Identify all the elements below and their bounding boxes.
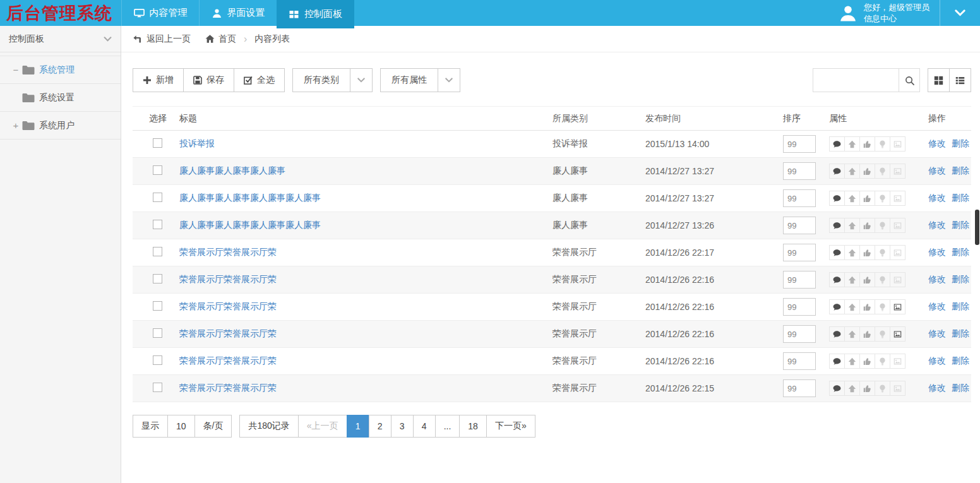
attr-hot-toggle[interactable] bbox=[875, 326, 890, 342]
page-button-18[interactable]: 18 bbox=[459, 415, 487, 438]
attr-hot-toggle[interactable] bbox=[875, 272, 890, 287]
sidebar-header[interactable]: 控制面板 bbox=[0, 26, 121, 52]
attr-hot-toggle[interactable] bbox=[875, 136, 890, 152]
row-title-link[interactable]: 荣誉展示厅荣誉展示厅荣 bbox=[179, 328, 277, 338]
sort-input[interactable] bbox=[783, 135, 816, 153]
row-title-link[interactable]: 荣誉展示厅荣誉展示厅荣 bbox=[179, 355, 277, 366]
attr-hot-toggle[interactable] bbox=[875, 245, 890, 260]
info-center-link[interactable]: 信息中心 bbox=[864, 13, 929, 25]
attr-image-toggle[interactable] bbox=[890, 272, 905, 287]
add-button[interactable]: 新增 bbox=[133, 68, 184, 92]
attr-hot-toggle[interactable] bbox=[875, 299, 890, 314]
sort-input[interactable] bbox=[783, 244, 816, 261]
attr-comment-toggle[interactable] bbox=[829, 136, 845, 152]
row-checkbox[interactable] bbox=[153, 274, 162, 283]
attr-image-toggle[interactable] bbox=[890, 326, 905, 342]
category-filter-dropdown[interactable]: 所有类别 bbox=[292, 68, 373, 92]
expander-toggle[interactable]: − bbox=[11, 64, 21, 75]
attr-image-toggle[interactable] bbox=[890, 164, 905, 179]
search-input[interactable] bbox=[813, 68, 899, 92]
sort-input[interactable] bbox=[783, 379, 816, 397]
attr-image-toggle[interactable] bbox=[890, 191, 905, 206]
sort-input[interactable] bbox=[783, 325, 816, 343]
page-button-4[interactable]: 4 bbox=[413, 415, 436, 438]
breadcrumb-home[interactable]: 首页 bbox=[205, 33, 236, 45]
delete-link[interactable]: 删除 bbox=[952, 193, 969, 203]
attr-comment-toggle[interactable] bbox=[829, 191, 845, 206]
delete-link[interactable]: 删除 bbox=[952, 355, 969, 366]
edit-link[interactable]: 修改 bbox=[928, 355, 946, 366]
delete-link[interactable]: 删除 bbox=[952, 301, 969, 311]
grid-view-button[interactable] bbox=[928, 68, 950, 92]
attr-top-toggle[interactable] bbox=[844, 136, 860, 152]
edit-link[interactable]: 修改 bbox=[928, 383, 946, 393]
attr-recommend-toggle[interactable] bbox=[859, 272, 875, 287]
attr-recommend-toggle[interactable] bbox=[859, 381, 875, 396]
attribute-filter-dropdown[interactable]: 所有属性 bbox=[380, 68, 460, 92]
attr-hot-toggle[interactable] bbox=[875, 164, 890, 179]
edit-link[interactable]: 修改 bbox=[928, 220, 946, 230]
row-checkbox[interactable] bbox=[153, 193, 162, 202]
tab-content-management[interactable]: 内容管理 bbox=[121, 0, 199, 26]
user-area[interactable]: 您好，超级管理员 信息中心 bbox=[839, 0, 940, 26]
attr-recommend-toggle[interactable] bbox=[859, 354, 875, 369]
header-dropdown-toggle[interactable] bbox=[940, 0, 980, 26]
row-checkbox[interactable] bbox=[153, 355, 162, 365]
sidebar-item-system-management[interactable]: − 系统管理 bbox=[0, 56, 121, 84]
sort-input[interactable] bbox=[783, 271, 816, 289]
attr-top-toggle[interactable] bbox=[844, 218, 860, 233]
attr-top-toggle[interactable] bbox=[844, 381, 860, 396]
delete-link[interactable]: 删除 bbox=[952, 247, 969, 257]
save-button[interactable]: 保存 bbox=[183, 68, 234, 92]
tab-control-panel[interactable]: 控制面板 bbox=[277, 0, 354, 28]
sort-input[interactable] bbox=[783, 162, 816, 180]
row-title-link[interactable]: 廉人廉事廉人廉事廉人廉事廉人廉事 bbox=[179, 220, 321, 230]
attr-image-toggle[interactable] bbox=[890, 218, 905, 233]
page-button-2[interactable]: 2 bbox=[369, 415, 391, 438]
edit-link[interactable]: 修改 bbox=[928, 165, 946, 176]
attr-comment-toggle[interactable] bbox=[829, 164, 845, 179]
search-button[interactable] bbox=[899, 68, 920, 92]
attr-top-toggle[interactable] bbox=[844, 299, 860, 314]
edit-link[interactable]: 修改 bbox=[928, 193, 946, 203]
attr-top-toggle[interactable] bbox=[844, 272, 860, 287]
attr-top-toggle[interactable] bbox=[844, 354, 860, 369]
page-size-value[interactable]: 10 bbox=[167, 415, 195, 438]
row-checkbox[interactable] bbox=[153, 165, 162, 175]
delete-link[interactable]: 删除 bbox=[952, 274, 969, 284]
attr-recommend-toggle[interactable] bbox=[859, 136, 875, 152]
row-title-link[interactable]: 荣誉展示厅荣誉展示厅荣 bbox=[179, 383, 277, 393]
page-button-1[interactable]: 1 bbox=[347, 415, 369, 438]
attr-hot-toggle[interactable] bbox=[875, 191, 890, 206]
attr-comment-toggle[interactable] bbox=[829, 354, 845, 369]
row-title-link[interactable]: 荣誉展示厅荣誉展示厅荣 bbox=[179, 247, 277, 257]
select-all-button[interactable]: 全选 bbox=[234, 68, 285, 92]
attr-recommend-toggle[interactable] bbox=[859, 326, 875, 342]
row-title-link[interactable]: 廉人廉事廉人廉事廉人廉事 bbox=[179, 165, 285, 176]
attr-top-toggle[interactable] bbox=[844, 191, 860, 206]
delete-link[interactable]: 删除 bbox=[952, 165, 969, 176]
sort-input[interactable] bbox=[783, 189, 816, 207]
row-checkbox[interactable] bbox=[153, 138, 162, 148]
edit-link[interactable]: 修改 bbox=[928, 274, 946, 284]
chevron-down-icon[interactable] bbox=[350, 68, 373, 92]
row-checkbox[interactable] bbox=[153, 301, 162, 311]
attr-comment-toggle[interactable] bbox=[829, 272, 845, 287]
row-title-link[interactable]: 投诉举报 bbox=[179, 138, 215, 148]
row-title-link[interactable]: 荣誉展示厅荣誉展示厅荣 bbox=[179, 301, 277, 311]
row-checkbox[interactable] bbox=[153, 220, 162, 229]
attr-comment-toggle[interactable] bbox=[829, 245, 845, 260]
attr-comment-toggle[interactable] bbox=[829, 218, 845, 233]
sidebar-item-system-settings[interactable]: 系统设置 bbox=[0, 84, 121, 112]
row-title-link[interactable]: 廉人廉事廉人廉事廉人廉事廉人廉事 bbox=[179, 193, 321, 203]
delete-link[interactable]: 删除 bbox=[952, 383, 969, 393]
sidebar-item-system-users[interactable]: + 系统用户 bbox=[0, 112, 121, 140]
edit-link[interactable]: 修改 bbox=[928, 247, 946, 257]
delete-link[interactable]: 删除 bbox=[952, 138, 969, 148]
row-checkbox[interactable] bbox=[153, 383, 162, 392]
row-checkbox[interactable] bbox=[153, 247, 162, 256]
edit-link[interactable]: 修改 bbox=[928, 328, 946, 338]
attr-image-toggle[interactable] bbox=[890, 299, 905, 314]
attr-hot-toggle[interactable] bbox=[875, 354, 890, 369]
attr-hot-toggle[interactable] bbox=[875, 218, 890, 233]
